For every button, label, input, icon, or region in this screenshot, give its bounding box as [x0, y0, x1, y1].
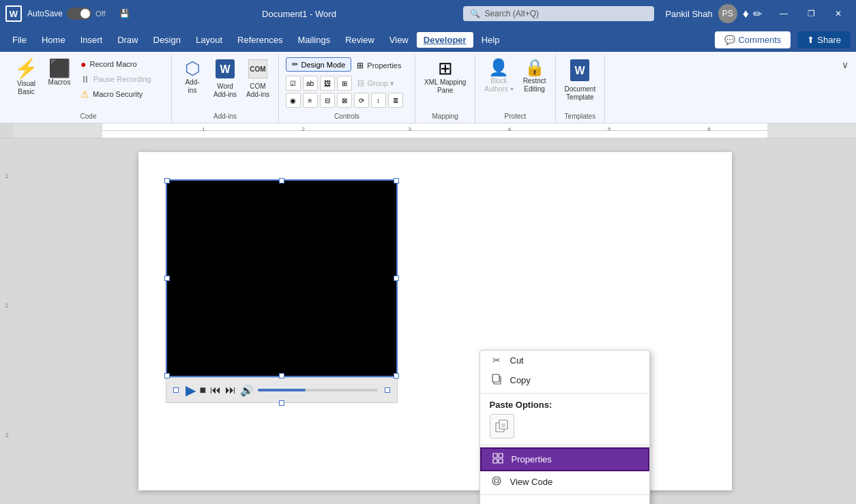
- prev-button[interactable]: ⏮: [210, 384, 221, 396]
- record-macro-button[interactable]: ● Record Macro: [77, 57, 166, 71]
- line-number-1: 1: [5, 173, 8, 179]
- menu-home[interactable]: Home: [35, 32, 72, 48]
- macros-label: Macros: [48, 78, 71, 87]
- context-menu-properties[interactable]: Properties: [480, 447, 649, 471]
- word-add-ins-label: WordAdd-ins: [213, 83, 237, 99]
- ribbon-expand-button[interactable]: ∨: [840, 57, 851, 72]
- restrict-editing-button[interactable]: 🔒 RestrictEditing: [520, 57, 550, 95]
- play-button[interactable]: ▶: [186, 382, 196, 398]
- add-ins-label: Add-ins: [185, 78, 199, 95]
- pause-recording-button[interactable]: ⏸ Pause Recording: [77, 72, 166, 86]
- next-button[interactable]: ⏭: [225, 384, 236, 396]
- ctrl-combo[interactable]: ⊟: [320, 93, 335, 108]
- visual-basic-label: VisualBasic: [17, 80, 35, 96]
- save-icon[interactable]: 💾: [119, 9, 130, 18]
- context-menu-cut[interactable]: ✂ Cut: [480, 351, 649, 370]
- context-menu-view-code[interactable]: View Code: [480, 471, 649, 492]
- ctrl-resize-bottom[interactable]: [279, 400, 284, 406]
- word-add-ins-button[interactable]: W WordAdd-ins: [210, 57, 240, 101]
- properties-button[interactable]: ⊞ Properties: [353, 59, 408, 72]
- document-template-button[interactable]: W DocumentTemplate: [561, 57, 600, 104]
- stop-button[interactable]: ■: [200, 384, 207, 396]
- resize-handle-bm[interactable]: [279, 373, 284, 379]
- ctrl-listbox[interactable]: ≡: [303, 93, 318, 108]
- context-menu-copy[interactable]: Copy: [480, 370, 649, 391]
- group-label: Group ▾: [368, 79, 395, 88]
- addins-group-items: ⬡ Add-ins W WordAdd-ins COM: [177, 57, 273, 110]
- properties-icon: ⊞: [357, 61, 364, 70]
- share-label: Share: [817, 35, 841, 45]
- ctrl-toggle[interactable]: ⊠: [337, 93, 352, 108]
- view-code-label: View Code: [510, 477, 640, 487]
- code-group-items: ⚡ VisualBasic ⬛ Macros ● Record Macro ⏸ …: [11, 57, 166, 110]
- resize-handle-tl[interactable]: [164, 178, 170, 183]
- restrict-editing-icon: 🔒: [525, 59, 545, 76]
- menu-layout[interactable]: Layout: [189, 32, 229, 48]
- video-object[interactable]: [166, 179, 398, 377]
- context-menu: ✂ Cut Copy Paste Options:: [479, 350, 650, 504]
- resize-handle-tr[interactable]: [394, 178, 399, 183]
- ctrl-resize-right[interactable]: [385, 387, 390, 393]
- autosave-toggle[interactable]: [67, 8, 91, 20]
- ctrl-spin[interactable]: ⟳: [354, 93, 369, 108]
- menu-developer[interactable]: Developer: [417, 32, 473, 48]
- restore-button[interactable]: ❐: [799, 4, 823, 23]
- word-logo: W: [5, 5, 22, 22]
- menu-view[interactable]: View: [383, 32, 415, 48]
- share-button[interactable]: ⬆ Share: [797, 31, 851, 48]
- ctrl-legacy[interactable]: ≣: [388, 93, 403, 108]
- design-mode-button[interactable]: ✏ Design Mode: [286, 57, 352, 72]
- menu-mailings[interactable]: Mailings: [291, 32, 338, 48]
- user-area: Pankil Shah PS: [665, 4, 737, 23]
- close-button[interactable]: ✕: [826, 4, 851, 23]
- search-box[interactable]: 🔍 Search (Alt+Q): [463, 6, 654, 21]
- ctrl-resize-left[interactable]: [173, 387, 179, 393]
- ctrl-scroll[interactable]: ↕: [371, 93, 386, 108]
- macros-button[interactable]: ⬛ Macros: [44, 57, 74, 89]
- autosave-area: AutoSave Off: [27, 8, 106, 20]
- ruler-content: 1 2 3 4 5 6: [102, 123, 767, 138]
- ctrl-image[interactable]: 🖼: [320, 76, 335, 91]
- volume-slider[interactable]: [258, 389, 377, 391]
- menu-draw[interactable]: Draw: [110, 32, 145, 48]
- search-icon: 🔍: [470, 9, 480, 18]
- doc-title: Document1 - Word: [135, 9, 464, 19]
- menu-references[interactable]: References: [231, 32, 289, 48]
- menu-file[interactable]: File: [5, 32, 33, 48]
- paste-keep-source-button[interactable]: [490, 414, 514, 439]
- ctrl-radio[interactable]: ◉: [286, 93, 301, 108]
- separator-1: [480, 393, 649, 394]
- resize-handle-br[interactable]: [394, 373, 399, 379]
- pause-recording-label: Pause Recording: [93, 75, 151, 83]
- properties-ctx-label: Properties: [512, 454, 638, 464]
- pen-icon[interactable]: ✏: [753, 8, 762, 20]
- ruler-left-margin: [14, 123, 102, 138]
- resize-handle-mr[interactable]: [394, 276, 399, 281]
- resize-handle-ml[interactable]: [164, 276, 170, 281]
- context-menu-object[interactable]: ◻ Object ›: [480, 497, 649, 504]
- volume-icon[interactable]: 🔊: [240, 384, 254, 397]
- mapping-group-items: ⊞ XML MappingPane: [421, 57, 469, 110]
- xml-mapping-button[interactable]: ⊞ XML MappingPane: [421, 57, 469, 97]
- menu-design[interactable]: Design: [147, 32, 188, 48]
- comments-button[interactable]: 💬 Comments: [715, 31, 791, 48]
- com-add-ins-button[interactable]: COM COMAdd-ins: [243, 57, 273, 101]
- menu-insert[interactable]: Insert: [74, 32, 110, 48]
- document-page: ▶ ■ ⏮ ⏭ 🔊 ✂ Cut: [138, 152, 732, 490]
- macro-security-button[interactable]: ⚠ Macro Security: [77, 87, 166, 101]
- ctrl-more[interactable]: ⊞: [337, 76, 352, 91]
- menu-help[interactable]: Help: [475, 32, 507, 48]
- add-ins-button[interactable]: ⬡ Add-ins: [177, 57, 207, 97]
- minimize-button[interactable]: —: [771, 4, 796, 23]
- properties-label: Properties: [367, 61, 401, 70]
- visual-basic-button[interactable]: ⚡ VisualBasic: [11, 57, 42, 98]
- group-button[interactable]: ⊟ Group ▾: [354, 76, 409, 91]
- diamond-icon[interactable]: ♦: [743, 7, 749, 21]
- resize-handle-bl[interactable]: [164, 373, 170, 379]
- menu-review[interactable]: Review: [338, 32, 381, 48]
- resize-handle-tm[interactable]: [279, 178, 284, 183]
- ctrl-textbox[interactable]: ab: [303, 76, 318, 91]
- ctrl-checkbox[interactable]: ☑: [286, 76, 301, 91]
- ribbon-group-code: ⚡ VisualBasic ⬛ Macros ● Record Macro ⏸ …: [5, 55, 172, 123]
- block-authors-button[interactable]: 👤 BlockAuthors ▾: [481, 57, 516, 95]
